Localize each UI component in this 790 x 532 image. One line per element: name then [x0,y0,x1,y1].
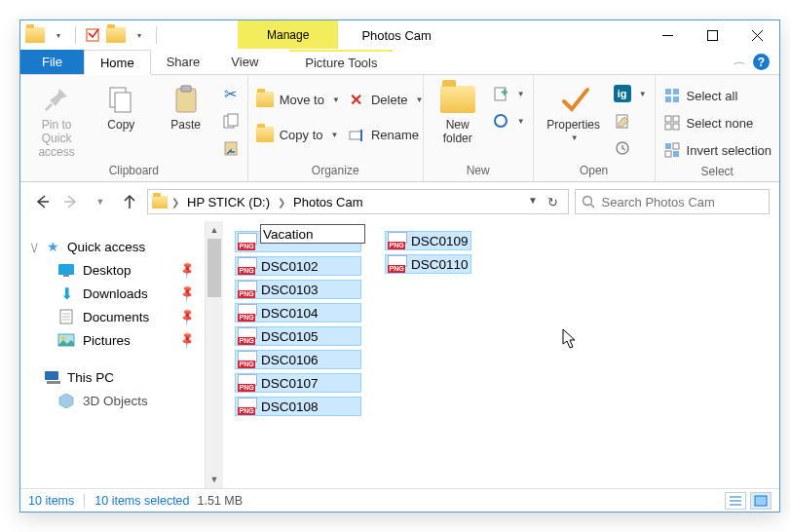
nav-this-pc[interactable]: ⋁ This PC [30,365,205,389]
copy-button[interactable]: Copy [93,79,149,132]
move-to-button[interactable]: Move to▼ [256,89,340,110]
paste-shortcut-button[interactable] [222,137,240,159]
qat-properties-icon[interactable] [82,24,103,46]
svg-rect-45 [45,371,58,380]
qat-folder-icon[interactable] [105,24,127,46]
search-input[interactable] [600,194,763,210]
svg-text:✚: ✚ [501,88,508,97]
scroll-thumb[interactable] [207,239,221,297]
back-button[interactable] [30,190,54,213]
qat-dropdown2-icon[interactable]: ▾ [129,24,150,46]
copy-path-button[interactable] [222,110,240,132]
breadcrumb-folder[interactable]: Photos Cam [289,195,367,209]
tab-share[interactable]: Share [151,50,216,74]
collapse-ribbon-icon[interactable]: ︿ [734,57,747,67]
select-all-button[interactable]: Select all [663,85,771,106]
properties-icon [558,83,589,116]
app-folder-icon [24,24,46,46]
paste-button[interactable]: Paste [157,79,213,132]
nav-documents[interactable]: Documents 📌 [30,305,205,328]
file-item[interactable]: DSC0103 [235,280,361,299]
file-item[interactable]: DSC0110 [385,254,471,274]
tab-picture-tools[interactable]: Picture Tools [289,50,393,74]
maximize-button[interactable] [690,20,734,50]
view-mode-toggle [725,492,771,510]
refresh-icon[interactable]: ↻ [542,195,564,209]
copy-to-icon [256,126,274,143]
invert-selection-icon [663,141,681,159]
edit-button[interactable] [614,110,647,132]
svg-rect-7 [115,93,131,112]
file-item[interactable]: DSC0107 [235,373,361,393]
select-none-button[interactable]: Select none [663,112,771,133]
properties-button[interactable]: Properties ▼ [542,79,606,142]
tab-home[interactable]: Home [84,50,151,75]
pc-icon [44,369,61,385]
titlebar: ▾ ▾ Manage Photos Cam [20,20,779,50]
svg-rect-22 [665,96,671,102]
objects-icon [57,393,75,408]
png-file-icon [238,233,257,250]
status-item-count: 10 items [28,494,74,508]
address-dropdown-icon[interactable]: ▼ [528,195,538,209]
nav-desktop[interactable]: Desktop 📌 [30,258,205,282]
file-list[interactable]: DSC0102DSC0103DSC0104DSC0105DSC0106DSC01… [223,221,779,488]
chevron-down-icon: ▼ [571,133,579,142]
status-bar: 10 items 10 items selected 1.51 MB [20,488,779,512]
svg-rect-26 [665,124,671,130]
breadcrumb-drive[interactable]: HP STICK (D:) [183,195,274,209]
search-box[interactable] [575,189,770,214]
nav-3d-objects[interactable]: 3D Objects [30,389,205,412]
file-item[interactable]: DSC0104 [235,303,361,323]
select-none-icon [663,114,681,132]
easy-access-button[interactable]: ▼ [492,110,525,132]
downloads-icon: ⬇ [57,285,75,301]
file-item[interactable]: DSC0105 [235,326,361,346]
breadcrumb-chevron-icon[interactable]: ❯ [171,197,179,208]
svg-rect-29 [673,143,679,149]
chevron-down-icon: ▼ [517,90,525,98]
tab-file[interactable]: File [20,50,84,74]
nav-pictures[interactable]: Pictures 📌 [30,328,205,352]
scroll-up-icon[interactable]: ▲ [206,221,223,239]
scroll-down-icon[interactable]: ▼ [206,471,223,488]
new-item-button[interactable]: ✚▼ [492,83,525,104]
rename-input[interactable] [260,224,365,244]
thumbnails-view-button[interactable] [750,492,771,510]
nav-downloads[interactable]: ⬇ Downloads 📌 [30,282,205,305]
delete-button[interactable]: ✕ Delete▼ [348,89,424,110]
history-button[interactable] [614,137,647,159]
chevron-down-icon: ▼ [332,95,340,104]
edit-icon [614,112,631,130]
details-view-button[interactable] [725,492,746,510]
file-name: DSC0106 [261,353,319,367]
rename-button[interactable]: Rename [348,124,424,145]
pin-to-quick-access-button[interactable]: Pin to Quick access [28,79,85,159]
chevron-down-icon: ▼ [639,90,647,98]
recent-locations-button[interactable]: ▼ [89,190,112,213]
close-button[interactable] [734,20,779,50]
tab-view[interactable]: View [215,50,274,74]
nav-quick-access[interactable]: ⋁ ★ Quick access [30,235,205,258]
qat-dropdown-icon[interactable]: ▾ [48,24,69,46]
file-item[interactable]: DSC0109 [385,231,471,250]
new-item-icon: ✚ [492,85,509,102]
forward-button[interactable] [59,190,83,213]
new-folder-button[interactable]: New folder [432,79,484,145]
copy-to-button[interactable]: Copy to▼ [256,124,340,145]
file-item[interactable]: DSC0108 [235,397,361,416]
file-item[interactable]: DSC0102 [235,256,361,276]
cut-button[interactable]: ✂ [222,83,240,104]
invert-selection-button[interactable]: Invert selection [663,139,771,161]
svg-rect-50 [755,496,767,506]
breadcrumb-chevron-icon[interactable]: ❯ [278,197,285,208]
file-name: DSC0110 [411,257,469,272]
minimize-button[interactable] [645,20,690,50]
status-selected-count: 10 items selected [94,494,189,508]
help-icon[interactable]: ? [753,54,770,70]
up-button[interactable] [118,190,141,213]
address-bar[interactable]: ❯ HP STICK (D:) ❯ Photos Cam ▼ ↻ [147,189,569,214]
navpane-scrollbar[interactable]: ▲ ▼ [206,221,223,488]
open-button[interactable]: ig▼ [614,83,647,104]
file-item[interactable]: DSC0106 [235,350,361,369]
